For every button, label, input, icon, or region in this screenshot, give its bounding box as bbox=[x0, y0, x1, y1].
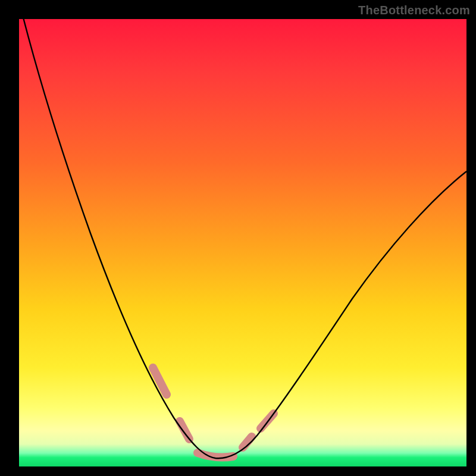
chart-stage: TheBottleneck.com bbox=[0, 0, 476, 476]
watermark-text: TheBottleneck.com bbox=[358, 4, 470, 17]
plot-area bbox=[19, 19, 466, 466]
v-curve bbox=[19, 1, 466, 458]
curve-layer bbox=[19, 19, 466, 466]
highlight-seg-1 bbox=[153, 368, 167, 394]
